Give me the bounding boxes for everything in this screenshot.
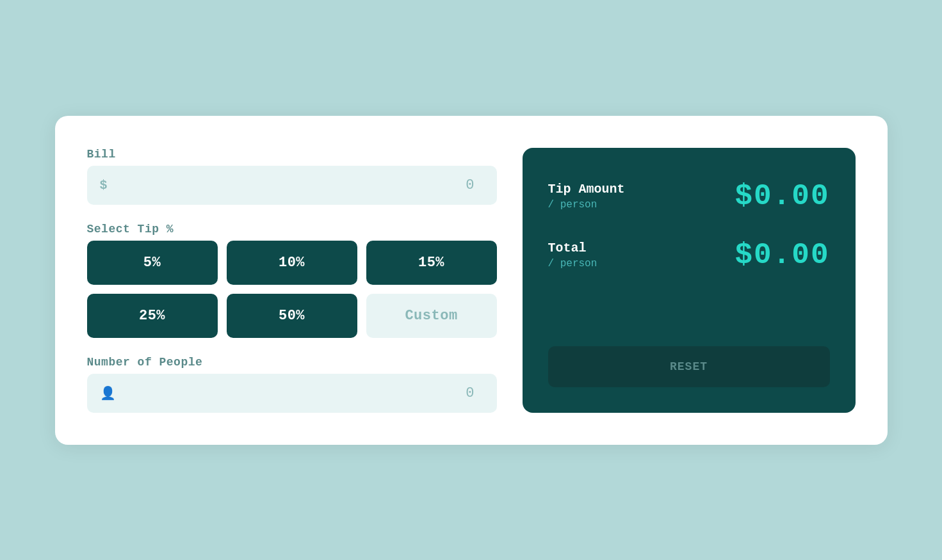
tip-grid: 5% 10% 15% 25% 50% Custom bbox=[87, 241, 497, 338]
total-per-person: / person bbox=[548, 258, 597, 269]
tip-section: Select Tip % 5% 10% 15% 25% 50% Custom bbox=[87, 223, 497, 338]
dollar-icon: $ bbox=[100, 178, 108, 193]
bill-input-wrapper: $ bbox=[87, 166, 497, 205]
tip-amount-label: Tip Amount bbox=[548, 182, 625, 196]
tip-btn-custom[interactable]: Custom bbox=[366, 294, 497, 338]
tip-amount-value: $0.00 bbox=[735, 180, 829, 213]
people-input-wrapper: 👤 bbox=[87, 374, 497, 413]
right-panel: Tip Amount / person $0.00 Total / person… bbox=[523, 148, 856, 413]
people-section: Number of People 👤 bbox=[87, 356, 497, 413]
tip-btn-5[interactable]: 5% bbox=[87, 241, 218, 285]
people-input[interactable] bbox=[116, 385, 484, 401]
app-container: Bill $ Select Tip % 5% 10% 15% 25% 50% C… bbox=[55, 116, 888, 445]
bill-input[interactable] bbox=[108, 177, 484, 193]
person-icon: 👤 bbox=[100, 385, 116, 401]
total-value: $0.00 bbox=[735, 239, 829, 272]
people-label: Number of People bbox=[87, 356, 497, 369]
bill-section: Bill $ bbox=[87, 148, 497, 205]
tip-btn-10[interactable]: 10% bbox=[227, 241, 357, 285]
left-panel: Bill $ Select Tip % 5% 10% 15% 25% 50% C… bbox=[87, 148, 497, 413]
total-item: Total / person $0.00 bbox=[548, 239, 830, 272]
tip-amount-item: Tip Amount / person $0.00 bbox=[548, 180, 830, 213]
tip-btn-25[interactable]: 25% bbox=[87, 294, 218, 338]
tip-btn-15[interactable]: 15% bbox=[366, 241, 497, 285]
total-label: Total bbox=[548, 241, 597, 255]
tip-amount-label-group: Tip Amount / person bbox=[548, 182, 625, 211]
select-tip-label: Select Tip % bbox=[87, 223, 497, 236]
total-label-group: Total / person bbox=[548, 241, 597, 269]
bill-label: Bill bbox=[87, 148, 497, 161]
tip-btn-50[interactable]: 50% bbox=[227, 294, 357, 338]
result-section: Tip Amount / person $0.00 Total / person… bbox=[548, 180, 830, 327]
tip-per-person: / person bbox=[548, 199, 625, 211]
reset-button[interactable]: RESET bbox=[548, 346, 830, 387]
